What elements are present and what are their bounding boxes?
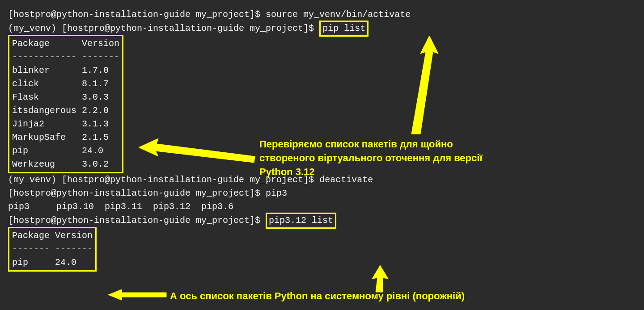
command-text: source my_venv/bin/activate [266, 9, 411, 20]
annotation-venv: Перевіряємо список пакетів для щойно ств… [259, 138, 510, 179]
table-row: itsdangerous 2.2.0 [12, 104, 119, 117]
prompt: (my_venv) [hostpro@python-installation-g… [8, 23, 319, 34]
svg-marker-1 [139, 138, 255, 163]
table-row: MarkupSafe 2.1.5 [12, 131, 119, 144]
prompt-line: [hostpro@python-installation-guide my_pr… [8, 187, 636, 200]
arrow-icon [108, 289, 166, 300]
command-text: pip3 [266, 188, 287, 198]
table-row: Werkzeug 3.0.2 [12, 158, 119, 171]
highlighted-command: pip list [319, 21, 369, 37]
prompt-line: [hostpro@python-installation-guide my_pr… [8, 8, 636, 21]
package-list-venv: Package Version ------------ ------- bli… [8, 35, 123, 173]
table-row: pip 24.0 [12, 144, 119, 158]
table-header: Package Version [12, 37, 119, 50]
table-separator: ------------ ------- [12, 50, 119, 64]
table-row: pip 24.0 [12, 256, 93, 269]
package-list-system: Package Version ------- ------- pip 24.0 [8, 227, 97, 272]
table-row: Jinja2 3.1.3 [12, 117, 119, 131]
table-header: Package Version [12, 229, 93, 243]
prompt: [hostpro@python-installation-guide my_pr… [8, 9, 266, 20]
table-row: blinker 1.7.0 [12, 64, 119, 77]
table-row: Flask 3.0.3 [12, 91, 119, 104]
arrow-icon [139, 138, 255, 165]
arrow-icon [367, 265, 394, 292]
highlighted-command: pip3.12 list [266, 213, 336, 229]
table-row: click 8.1.7 [12, 77, 119, 91]
table-separator: ------- ------- [12, 243, 93, 256]
annotation-system: А ось список пакетів Python на системном… [170, 289, 537, 303]
svg-marker-3 [108, 289, 166, 300]
svg-marker-2 [372, 265, 388, 292]
arrow-icon [380, 36, 479, 138]
prompt-line: [hostpro@python-installation-guide my_pr… [8, 214, 636, 228]
prompt: [hostpro@python-installation-guide my_pr… [8, 188, 266, 198]
output-line: pip3 pip3.10 pip3.11 pip3.12 pip3.6 [8, 200, 636, 214]
svg-marker-0 [411, 36, 438, 134]
prompt: [hostpro@python-installation-guide my_pr… [8, 215, 266, 226]
prompt-line: (my_venv) [hostpro@python-installation-g… [8, 21, 636, 36]
